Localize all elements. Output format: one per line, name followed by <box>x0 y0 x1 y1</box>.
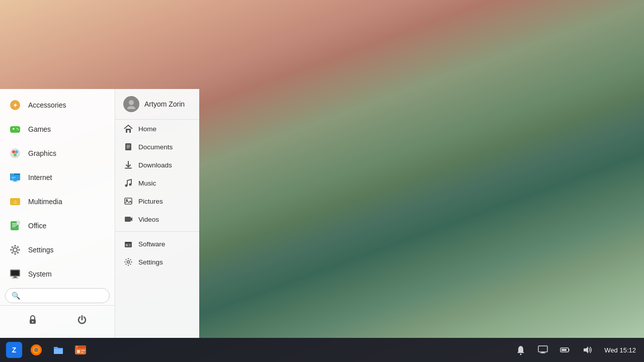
svg-rect-60 <box>129 245 130 246</box>
system-icon <box>8 267 22 281</box>
category-graphics[interactable]: Graphics <box>0 141 115 165</box>
svg-point-6 <box>18 129 19 130</box>
svg-rect-59 <box>129 244 131 245</box>
notifications-button[interactable] <box>512 341 530 359</box>
category-internet[interactable]: Internet <box>0 165 115 190</box>
screen-button[interactable] <box>534 341 552 359</box>
files-taskbar-button[interactable] <box>48 340 68 360</box>
category-system[interactable]: System <box>0 262 115 286</box>
svg-rect-45 <box>127 130 129 133</box>
svg-point-61 <box>127 261 130 263</box>
place-documents[interactable]: Documents <box>115 138 199 156</box>
svg-point-32 <box>18 249 20 251</box>
volume-button[interactable] <box>578 341 596 359</box>
svg-rect-24 <box>12 226 16 227</box>
svg-point-63 <box>128 264 129 265</box>
system-label: System <box>28 270 52 278</box>
panel-bottom <box>0 305 115 334</box>
settings-cat-label: Settings <box>28 246 54 254</box>
multimedia-icon: ♫ <box>8 195 22 209</box>
power-button[interactable] <box>73 311 91 329</box>
svg-rect-39 <box>14 277 17 278</box>
settings-icon <box>8 243 22 257</box>
svg-marker-89 <box>584 346 588 353</box>
place-downloads[interactable]: Downloads <box>115 156 199 174</box>
category-settings[interactable]: Settings <box>0 238 115 262</box>
taskbar-left: Z <box>4 340 91 360</box>
search-bar: 🔍 <box>5 288 110 303</box>
svg-point-33 <box>12 246 14 248</box>
svg-rect-40 <box>12 278 18 279</box>
svg-rect-25 <box>17 221 20 225</box>
svg-rect-22 <box>12 223 17 224</box>
documents-icon <box>123 142 133 151</box>
user-section[interactable]: Artyom Zorin <box>115 89 199 120</box>
places-panel: Artyom Zorin Home Do <box>115 89 199 338</box>
firefox-taskbar-button[interactable] <box>26 340 46 360</box>
notifications-icon <box>515 344 526 355</box>
pictures-icon <box>123 197 133 206</box>
svg-point-35 <box>17 246 19 248</box>
clock[interactable]: Wed 15:12 <box>600 346 640 354</box>
svg-rect-16 <box>12 178 14 179</box>
svg-rect-58 <box>126 244 128 246</box>
place-settings-icon <box>123 257 133 266</box>
category-games[interactable]: Games <box>0 117 115 141</box>
svg-rect-83 <box>538 346 547 352</box>
place-settings[interactable]: Settings <box>115 253 199 271</box>
search-input[interactable] <box>23 292 104 300</box>
taskbar: Z <box>0 338 644 362</box>
svg-point-69 <box>125 263 126 264</box>
lock-button[interactable] <box>24 311 42 329</box>
place-videos[interactable]: Videos <box>115 210 199 228</box>
internet-icon <box>8 170 22 185</box>
svg-point-66 <box>125 259 126 260</box>
category-accessories[interactable]: ✦ Accessories <box>0 93 115 117</box>
svg-rect-84 <box>541 352 544 353</box>
zorin-logo-button[interactable]: Z <box>4 340 24 360</box>
svg-point-30 <box>14 253 16 255</box>
svg-rect-47 <box>127 145 130 146</box>
svg-rect-4 <box>13 128 14 130</box>
place-pictures[interactable]: Pictures <box>115 192 199 210</box>
user-avatar <box>123 96 139 112</box>
zorin-icon: Z <box>6 342 22 358</box>
svg-point-82 <box>520 353 522 355</box>
home-icon <box>123 124 133 133</box>
firefox-icon <box>29 343 43 357</box>
svg-rect-49 <box>127 148 129 148</box>
music-icon <box>123 178 133 188</box>
svg-point-5 <box>17 128 18 129</box>
svg-point-10 <box>14 153 17 156</box>
place-settings-label: Settings <box>138 258 163 266</box>
svg-point-42 <box>32 321 34 323</box>
place-music[interactable]: Music <box>115 174 199 192</box>
svg-rect-87 <box>561 349 567 351</box>
software-center-taskbar-button[interactable] <box>70 340 91 360</box>
category-multimedia[interactable]: ♫ Multimedia <box>0 190 115 214</box>
software-center-icon <box>73 343 88 357</box>
category-office[interactable]: Office <box>0 214 115 238</box>
volume-icon <box>582 344 593 355</box>
software-icon <box>123 239 133 248</box>
svg-rect-18 <box>13 182 18 182</box>
svg-rect-57 <box>125 242 132 244</box>
svg-rect-48 <box>127 146 130 147</box>
place-home[interactable]: Home <box>115 120 199 138</box>
accessories-icon: ✦ <box>8 98 22 112</box>
places-divider <box>115 231 199 232</box>
svg-rect-38 <box>11 270 19 276</box>
place-home-label: Home <box>138 125 156 133</box>
app-menu: ✦ Accessories Games <box>0 89 199 338</box>
place-software[interactable]: Software <box>115 235 199 253</box>
graphics-icon <box>8 146 22 160</box>
battery-button[interactable] <box>556 341 574 359</box>
user-name: Artyom Zorin <box>144 100 185 108</box>
svg-text:Z: Z <box>12 346 17 354</box>
svg-point-62 <box>128 258 129 259</box>
svg-rect-50 <box>125 168 132 169</box>
office-icon <box>8 219 22 233</box>
internet-label: Internet <box>28 173 52 182</box>
screen-icon <box>537 344 548 355</box>
svg-point-13 <box>11 174 12 175</box>
